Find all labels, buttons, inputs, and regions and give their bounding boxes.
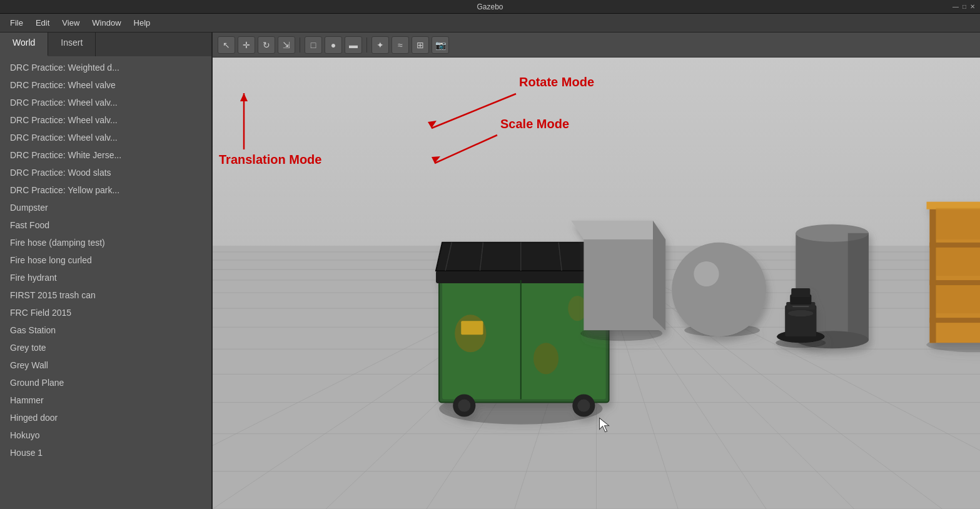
list-item[interactable]: Gas Station xyxy=(0,321,211,339)
svg-rect-76 xyxy=(936,248,980,276)
translate-mode-button[interactable]: ✛ xyxy=(238,36,255,54)
list-item[interactable]: Fire hose long curled xyxy=(0,251,211,269)
svg-point-52 xyxy=(672,243,766,336)
list-item[interactable]: Dumpster xyxy=(0,199,211,216)
svg-rect-64 xyxy=(791,288,810,297)
light-button[interactable]: ✦ xyxy=(371,36,389,54)
svg-point-45 xyxy=(577,400,590,412)
svg-point-65 xyxy=(788,310,813,316)
list-item[interactable]: FRC Field 2015 xyxy=(0,304,211,321)
window-title: Gazebo xyxy=(477,3,503,11)
sidebar: World Insert DRC Practice: Weighted d...… xyxy=(0,33,213,509)
menu-window[interactable]: Window xyxy=(86,16,127,30)
list-item[interactable]: Fire hose (damping test) xyxy=(0,234,211,251)
list-item[interactable]: DRC Practice: Wheel valv... xyxy=(0,111,211,129)
svg-rect-69 xyxy=(930,243,980,248)
rotate-mode-button[interactable]: ↻ xyxy=(258,36,275,54)
joint-button[interactable]: ≈ xyxy=(391,36,409,54)
svg-rect-33 xyxy=(461,321,483,335)
select-mode-button[interactable]: ↖ xyxy=(218,36,235,54)
svg-point-43 xyxy=(458,400,470,412)
svg-marker-49 xyxy=(571,221,665,239)
toolbar-separator-1 xyxy=(300,38,300,53)
tab-world[interactable]: World xyxy=(0,33,48,56)
svg-rect-71 xyxy=(930,318,980,323)
main-layout: World Insert DRC Practice: Weighted d...… xyxy=(0,33,980,509)
list-item[interactable]: Ground Plane xyxy=(0,374,211,391)
scale-mode-button[interactable]: ⇲ xyxy=(278,36,295,54)
titlebar: Gazebo — □ ✕ xyxy=(0,0,980,14)
toolbar: ↖ ✛ ↻ ⇲ □ ● ▬ ✦ ≈ ⊞ 📷 xyxy=(213,33,980,58)
maximize-button[interactable]: □ xyxy=(962,3,966,10)
menu-edit[interactable]: Edit xyxy=(29,16,56,30)
list-item[interactable]: Fire hydrant xyxy=(0,269,211,286)
list-item[interactable]: DRC Practice: Wheel valve xyxy=(0,76,211,94)
svg-rect-61 xyxy=(785,305,816,336)
box-button[interactable]: □ xyxy=(305,36,322,54)
list-item[interactable]: Grey tote xyxy=(0,339,211,356)
close-button[interactable]: ✕ xyxy=(970,3,975,10)
sidebar-list[interactable]: DRC Practice: Weighted d...DRC Practice:… xyxy=(0,56,211,509)
tab-insert[interactable]: Insert xyxy=(48,33,96,56)
menubar: File Edit View Window Help xyxy=(0,14,980,33)
list-item[interactable]: Grey Wall xyxy=(0,356,211,374)
menu-view[interactable]: View xyxy=(56,16,86,30)
svg-rect-77 xyxy=(936,285,980,313)
screenshot-button[interactable]: 📷 xyxy=(432,36,449,54)
svg-rect-72 xyxy=(930,205,936,343)
list-item[interactable]: FIRST 2015 trash can xyxy=(0,286,211,304)
svg-point-31 xyxy=(533,343,558,374)
viewport-3d[interactable]: Rotate Mode Scale Mode Translation Mode xyxy=(213,58,980,509)
sphere-button[interactable]: ● xyxy=(325,36,342,54)
menu-file[interactable]: File xyxy=(4,16,29,30)
svg-rect-70 xyxy=(930,280,980,285)
svg-rect-75 xyxy=(936,208,980,239)
list-item[interactable]: DRC Practice: Weighted d... xyxy=(0,59,211,76)
list-item[interactable]: DRC Practice: Wheel valv... xyxy=(0,129,211,146)
svg-rect-58 xyxy=(848,233,869,340)
list-item[interactable]: Hammer xyxy=(0,391,211,409)
grid-button[interactable]: ⊞ xyxy=(412,36,429,54)
toolbar-separator-2 xyxy=(366,38,367,53)
list-item[interactable]: DRC Practice: Wheel valv... xyxy=(0,94,211,111)
minimize-button[interactable]: — xyxy=(952,3,959,10)
list-item[interactable]: DRC Practice: Wood slats xyxy=(0,164,211,181)
list-item[interactable]: Fast Food xyxy=(0,216,211,234)
viewport-panel: ↖ ✛ ↻ ⇲ □ ● ▬ ✦ ≈ ⊞ 📷 xyxy=(213,33,980,509)
svg-rect-66 xyxy=(792,306,809,307)
list-item[interactable]: House 1 xyxy=(0,444,211,461)
menu-help[interactable]: Help xyxy=(128,16,157,30)
svg-point-53 xyxy=(694,261,719,286)
cylinder-button[interactable]: ▬ xyxy=(345,36,362,54)
svg-marker-50 xyxy=(653,221,665,330)
list-item[interactable]: DRC Practice: Yellow park... xyxy=(0,181,211,199)
list-item[interactable]: Hinged door xyxy=(0,409,211,426)
list-item[interactable]: Hokuyo xyxy=(0,426,211,444)
sidebar-tabs: World Insert xyxy=(0,33,211,56)
list-item[interactable]: DRC Practice: White Jerse... xyxy=(0,146,211,164)
